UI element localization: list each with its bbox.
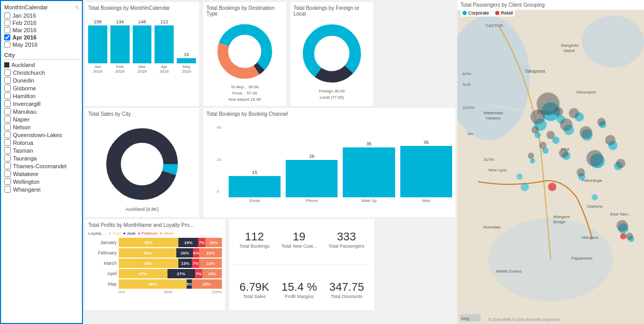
- channel-bar-0[interactable]: [229, 176, 281, 197]
- month-checkbox-3[interactable]: [4, 34, 10, 40]
- city-label-4: Hamilton: [13, 93, 35, 99]
- city-checkbox-13[interactable]: [4, 163, 11, 169]
- silver-segment-3: 19%: [202, 269, 222, 278]
- city-checkbox-16[interactable]: [4, 186, 11, 193]
- city-checkbox-14[interactable]: [4, 170, 11, 177]
- city-item-christchurch[interactable]: Christchurch: [4, 69, 79, 76]
- channel-bar-group-2: 35Walk Up: [343, 125, 395, 203]
- stacked-axis-label: 0%: [119, 290, 125, 294]
- city-label-12: Tauranga: [13, 155, 37, 161]
- month-filter-2[interactable]: Mar 2016: [4, 27, 79, 33]
- city-item-hamilton[interactable]: Hamilton: [4, 92, 79, 99]
- city-item-whangarei[interactable]: Whangarei: [4, 186, 79, 193]
- city-checkbox-11[interactable]: [4, 147, 11, 154]
- month-checkbox-4[interactable]: [4, 42, 10, 48]
- city-item-thames-coromandel[interactable]: Thames-Coromandel: [4, 163, 79, 169]
- month-bar-1[interactable]: [110, 25, 130, 63]
- city-checkbox-4[interactable]: [4, 92, 11, 99]
- channel-bar-label-2: Walk Up: [361, 198, 377, 203]
- channel-bar-3[interactable]: [400, 146, 452, 197]
- svg-text:Island: Island: [564, 48, 575, 53]
- profits-legend: Loyalty... ● Gold ● Jade ● Platinum ● Si…: [88, 231, 222, 236]
- channel-value-1: 26: [309, 154, 314, 159]
- svg-text:JUTH: JUTH: [483, 157, 494, 162]
- city-checkbox-9[interactable]: [4, 131, 11, 138]
- city-label-5: Invercargill: [13, 101, 40, 107]
- month-bar-group-0: 158Jan2016: [88, 19, 107, 74]
- svg-text:Ihumatao: Ihumatao: [483, 225, 501, 230]
- month-filter-4[interactable]: May 2016: [4, 42, 79, 48]
- city-item-invercargill[interactable]: Invercargill: [4, 100, 79, 107]
- channel-bar-label-0: Email: [249, 198, 260, 203]
- city-item-wellington[interactable]: Wellington: [4, 178, 79, 185]
- city-item-tauranga[interactable]: Tauranga: [4, 155, 79, 161]
- city-item-napier[interactable]: Napier: [4, 116, 79, 123]
- stacked-axis-label: 100%: [212, 290, 222, 294]
- city-label-14: Waitakere: [13, 171, 38, 177]
- channel-chart-area: 4020015Email26Phone35Walk Up36Web: [206, 120, 452, 212]
- svg-point-75: [620, 233, 626, 239]
- legend-corporate: Corporate: [463, 10, 489, 16]
- city-checkbox-15[interactable]: [4, 178, 11, 185]
- svg-point-74: [548, 183, 556, 191]
- gold-segment-1: 56%: [119, 248, 176, 258]
- jade-segment-0: 19%: [178, 238, 198, 247]
- city-checkbox-8[interactable]: [4, 124, 11, 130]
- city-checkbox-5[interactable]: [4, 100, 11, 107]
- loyalty-label: Loyalty...: [88, 231, 104, 236]
- clear-filter-icon[interactable]: ✎: [75, 5, 79, 10]
- city-item-queenstown-lakes[interactable]: Queenstown-Lakes: [4, 131, 79, 138]
- city-item-dunedin[interactable]: Dunedin: [4, 77, 79, 84]
- svg-text:Devonport: Devonport: [577, 90, 596, 95]
- svg-point-68: [528, 153, 534, 159]
- month-checkbox-0[interactable]: [4, 12, 10, 19]
- city-donut-container: Auckland (6.8K): [88, 120, 196, 214]
- month-bar-4[interactable]: [177, 58, 196, 63]
- city-item-auckland[interactable]: Auckland: [4, 62, 79, 68]
- month-filter-3[interactable]: Apr 2016: [4, 34, 79, 40]
- platinum-legend: ● Platinum: [138, 231, 158, 236]
- city-checkbox-7[interactable]: [4, 116, 11, 123]
- bar-track-3: 47%27%7%19%: [119, 269, 222, 278]
- kpi-discounts: 347.75 Total Discounts: [329, 280, 364, 299]
- city-checkbox-3[interactable]: [4, 85, 11, 91]
- channel-bar-1[interactable]: [286, 160, 338, 197]
- channel-bar-group-0: 15Email: [229, 125, 281, 203]
- month-bar-0[interactable]: [88, 25, 107, 63]
- city-label-2: Dunedin: [13, 77, 34, 84]
- svg-text:Rangitoto: Rangitoto: [561, 43, 579, 48]
- city-item-tasman[interactable]: Tasman: [4, 147, 79, 154]
- channel-bar-label-3: Web: [422, 198, 430, 203]
- city-item-waitakere[interactable]: Waitakere: [4, 170, 79, 177]
- city-item-nelson[interactable]: Nelson: [4, 124, 79, 130]
- channel-bar-2[interactable]: [343, 147, 395, 197]
- svg-point-54: [521, 183, 529, 191]
- month-filter-0[interactable]: Jan 2016: [4, 12, 79, 19]
- month-bar-2[interactable]: [133, 25, 152, 63]
- city-checkbox-12[interactable]: [4, 155, 11, 161]
- month-row-label-3: April: [88, 271, 117, 276]
- city-label-16: Whangarei: [13, 186, 40, 193]
- city-checkbox-6[interactable]: [4, 108, 11, 115]
- month-filter-1[interactable]: Feb 2016: [4, 20, 79, 26]
- city-label-13: Thames-Coromandel: [13, 163, 66, 169]
- city-checkbox-1[interactable]: [4, 69, 11, 76]
- platinum-segment-3: 7%: [195, 269, 202, 278]
- month-filter-list: Jan 2016Feb 2016Mar 2016Apr 2016May 2016: [4, 12, 79, 48]
- platinum-segment-2: 7%: [192, 259, 199, 268]
- city-checkbox-10[interactable]: [4, 139, 11, 146]
- city-item-manukau[interactable]: Manukau: [4, 108, 79, 115]
- svg-text:© 2016 HERE  © 2016 Microsoft : © 2016 HERE © 2016 Microsoft Corporation: [488, 318, 560, 322]
- channel-bar-group-3: 36Web: [400, 125, 452, 203]
- svg-point-60: [560, 118, 572, 131]
- booking-channel-title: Total Bookings by Booking Channel: [206, 111, 452, 117]
- city-item-rotorua[interactable]: Rotorua: [4, 139, 79, 146]
- month-checkbox-2[interactable]: [4, 27, 10, 33]
- svg-point-66: [597, 118, 606, 126]
- city-item-gisborne[interactable]: Gisborne: [4, 85, 79, 91]
- month-checkbox-1[interactable]: [4, 20, 10, 26]
- month-bar-3[interactable]: [155, 25, 174, 63]
- city-checkbox-2[interactable]: [4, 77, 11, 84]
- month-bar-group-4: 15May2016: [177, 19, 196, 74]
- month-bars-container: 158Jan2016134Feb2016148Mar2016112Apr2016…: [88, 19, 196, 74]
